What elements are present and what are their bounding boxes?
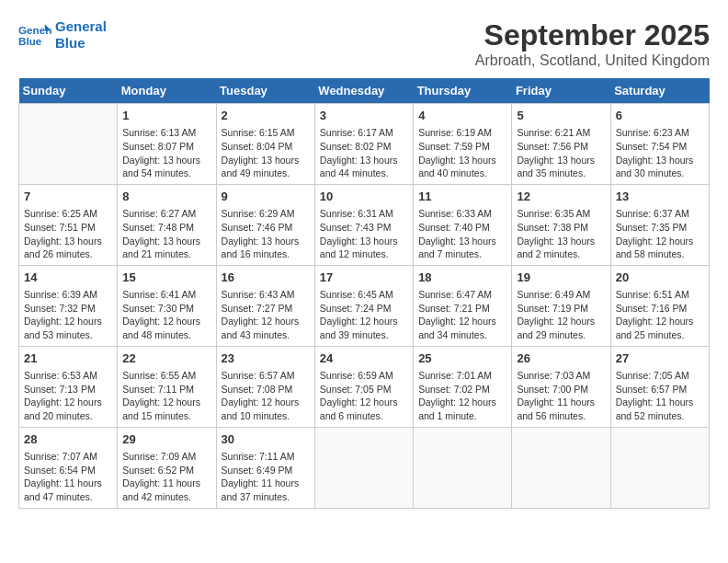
day-number: 29 xyxy=(122,431,210,448)
calendar-cell: 29Sunrise: 7:09 AM Sunset: 6:52 PM Dayli… xyxy=(118,427,216,508)
day-number: 7 xyxy=(24,189,112,205)
day-number: 18 xyxy=(418,270,506,286)
calendar-cell: 19Sunrise: 6:49 AM Sunset: 7:19 PM Dayli… xyxy=(512,265,610,346)
weekday-header: Sunday xyxy=(19,78,118,104)
cell-content: Sunrise: 6:43 AM Sunset: 7:27 PM Dayligh… xyxy=(222,288,310,342)
calendar-cell: 17Sunrise: 6:45 AM Sunset: 7:24 PM Dayli… xyxy=(314,265,413,346)
day-number: 11 xyxy=(418,189,506,205)
day-number: 23 xyxy=(222,350,310,367)
calendar-cell: 9Sunrise: 6:29 AM Sunset: 7:46 PM Daylig… xyxy=(216,184,314,265)
cell-content: Sunrise: 6:59 AM Sunset: 7:05 PM Dayligh… xyxy=(320,369,408,423)
page-header: General Blue General Blue September 2025… xyxy=(18,18,710,69)
calendar-cell: 8Sunrise: 6:27 AM Sunset: 7:48 PM Daylig… xyxy=(118,184,216,265)
calendar-body: 1Sunrise: 6:13 AM Sunset: 8:07 PM Daylig… xyxy=(19,104,710,509)
day-number: 22 xyxy=(122,350,210,367)
cell-content: Sunrise: 7:05 AM Sunset: 6:57 PM Dayligh… xyxy=(616,369,704,423)
calendar-week-row: 7Sunrise: 6:25 AM Sunset: 7:51 PM Daylig… xyxy=(19,184,710,265)
cell-content: Sunrise: 6:31 AM Sunset: 7:43 PM Dayligh… xyxy=(320,207,408,261)
cell-content: Sunrise: 7:09 AM Sunset: 6:52 PM Dayligh… xyxy=(122,450,210,504)
cell-content: Sunrise: 6:51 AM Sunset: 7:16 PM Dayligh… xyxy=(616,288,704,342)
day-number: 28 xyxy=(24,431,112,448)
calendar-cell: 16Sunrise: 6:43 AM Sunset: 7:27 PM Dayli… xyxy=(216,265,314,346)
cell-content: Sunrise: 6:21 AM Sunset: 7:56 PM Dayligh… xyxy=(517,126,605,180)
cell-content: Sunrise: 7:03 AM Sunset: 7:00 PM Dayligh… xyxy=(517,369,605,423)
day-number: 8 xyxy=(122,189,210,205)
cell-content: Sunrise: 6:55 AM Sunset: 7:11 PM Dayligh… xyxy=(122,369,210,423)
calendar-cell: 14Sunrise: 6:39 AM Sunset: 7:32 PM Dayli… xyxy=(19,265,118,346)
cell-content: Sunrise: 6:33 AM Sunset: 7:40 PM Dayligh… xyxy=(418,207,506,261)
cell-content: Sunrise: 6:47 AM Sunset: 7:21 PM Dayligh… xyxy=(418,288,506,342)
cell-content: Sunrise: 6:15 AM Sunset: 8:04 PM Dayligh… xyxy=(222,126,310,180)
calendar-cell: 11Sunrise: 6:33 AM Sunset: 7:40 PM Dayli… xyxy=(414,184,512,265)
cell-content: Sunrise: 6:13 AM Sunset: 8:07 PM Dayligh… xyxy=(122,126,210,180)
calendar-cell: 1Sunrise: 6:13 AM Sunset: 8:07 PM Daylig… xyxy=(118,104,216,185)
calendar-header: SundayMondayTuesdayWednesdayThursdayFrid… xyxy=(19,78,710,104)
day-number: 16 xyxy=(222,270,310,286)
day-number: 19 xyxy=(517,270,605,286)
cell-content: Sunrise: 6:45 AM Sunset: 7:24 PM Dayligh… xyxy=(320,288,408,342)
calendar-cell: 6Sunrise: 6:23 AM Sunset: 7:54 PM Daylig… xyxy=(610,104,709,185)
day-number: 6 xyxy=(616,108,704,124)
day-number: 25 xyxy=(418,350,506,367)
calendar-cell: 12Sunrise: 6:35 AM Sunset: 7:38 PM Dayli… xyxy=(512,184,610,265)
cell-content: Sunrise: 6:29 AM Sunset: 7:46 PM Dayligh… xyxy=(222,207,310,261)
day-number: 5 xyxy=(517,108,605,124)
weekday-header: Saturday xyxy=(610,78,709,104)
calendar-week-row: 28Sunrise: 7:07 AM Sunset: 6:54 PM Dayli… xyxy=(19,427,710,508)
calendar-week-row: 21Sunrise: 6:53 AM Sunset: 7:13 PM Dayli… xyxy=(19,346,710,427)
calendar-cell xyxy=(19,104,118,185)
calendar-cell: 5Sunrise: 6:21 AM Sunset: 7:56 PM Daylig… xyxy=(512,104,610,185)
day-number: 27 xyxy=(616,350,704,367)
day-number: 13 xyxy=(616,189,704,205)
logo-line1: General xyxy=(55,18,107,35)
calendar-cell: 23Sunrise: 6:57 AM Sunset: 7:08 PM Dayli… xyxy=(216,346,314,427)
calendar-cell: 20Sunrise: 6:51 AM Sunset: 7:16 PM Dayli… xyxy=(610,265,709,346)
calendar-cell xyxy=(512,427,610,508)
svg-text:Blue: Blue xyxy=(18,35,42,47)
day-number: 9 xyxy=(222,189,310,205)
cell-content: Sunrise: 6:27 AM Sunset: 7:48 PM Dayligh… xyxy=(122,207,210,261)
day-number: 26 xyxy=(517,350,605,367)
calendar-cell: 3Sunrise: 6:17 AM Sunset: 8:02 PM Daylig… xyxy=(314,104,413,185)
cell-content: Sunrise: 6:39 AM Sunset: 7:32 PM Dayligh… xyxy=(24,288,112,342)
header-row: SundayMondayTuesdayWednesdayThursdayFrid… xyxy=(19,78,710,104)
day-number: 12 xyxy=(517,189,605,205)
title-block: September 2025 Arbroath, Scotland, Unite… xyxy=(475,18,710,69)
weekday-header: Friday xyxy=(512,78,610,104)
calendar-cell: 4Sunrise: 6:19 AM Sunset: 7:59 PM Daylig… xyxy=(414,104,512,185)
calendar-cell: 7Sunrise: 6:25 AM Sunset: 7:51 PM Daylig… xyxy=(19,184,118,265)
weekday-header: Wednesday xyxy=(314,78,413,104)
weekday-header: Monday xyxy=(118,78,216,104)
cell-content: Sunrise: 7:07 AM Sunset: 6:54 PM Dayligh… xyxy=(24,450,112,504)
calendar-week-row: 1Sunrise: 6:13 AM Sunset: 8:07 PM Daylig… xyxy=(19,104,710,185)
calendar-cell: 21Sunrise: 6:53 AM Sunset: 7:13 PM Dayli… xyxy=(19,346,118,427)
weekday-header: Thursday xyxy=(414,78,512,104)
cell-content: Sunrise: 6:25 AM Sunset: 7:51 PM Dayligh… xyxy=(24,207,112,261)
calendar-cell: 28Sunrise: 7:07 AM Sunset: 6:54 PM Dayli… xyxy=(19,427,118,508)
day-number: 2 xyxy=(222,108,310,124)
calendar-cell xyxy=(414,427,512,508)
calendar-cell: 10Sunrise: 6:31 AM Sunset: 7:43 PM Dayli… xyxy=(314,184,413,265)
logo-icon: General Blue xyxy=(18,22,51,48)
calendar-cell: 2Sunrise: 6:15 AM Sunset: 8:04 PM Daylig… xyxy=(216,104,314,185)
cell-content: Sunrise: 6:35 AM Sunset: 7:38 PM Dayligh… xyxy=(517,207,605,261)
calendar-cell: 18Sunrise: 6:47 AM Sunset: 7:21 PM Dayli… xyxy=(414,265,512,346)
calendar-week-row: 14Sunrise: 6:39 AM Sunset: 7:32 PM Dayli… xyxy=(19,265,710,346)
calendar-cell: 15Sunrise: 6:41 AM Sunset: 7:30 PM Dayli… xyxy=(118,265,216,346)
cell-content: Sunrise: 6:49 AM Sunset: 7:19 PM Dayligh… xyxy=(517,288,605,342)
cell-content: Sunrise: 6:41 AM Sunset: 7:30 PM Dayligh… xyxy=(122,288,210,342)
page-subtitle: Arbroath, Scotland, United Kingdom xyxy=(475,52,710,69)
day-number: 17 xyxy=(320,270,408,286)
day-number: 14 xyxy=(24,270,112,286)
calendar-cell xyxy=(314,427,413,508)
calendar-cell: 26Sunrise: 7:03 AM Sunset: 7:00 PM Dayli… xyxy=(512,346,610,427)
cell-content: Sunrise: 6:37 AM Sunset: 7:35 PM Dayligh… xyxy=(616,207,704,261)
weekday-header: Tuesday xyxy=(216,78,314,104)
cell-content: Sunrise: 7:01 AM Sunset: 7:02 PM Dayligh… xyxy=(418,369,506,423)
day-number: 4 xyxy=(418,108,506,124)
page-title: September 2025 xyxy=(475,18,710,52)
cell-content: Sunrise: 6:19 AM Sunset: 7:59 PM Dayligh… xyxy=(418,126,506,180)
logo: General Blue General Blue xyxy=(18,18,107,52)
calendar-cell: 24Sunrise: 6:59 AM Sunset: 7:05 PM Dayli… xyxy=(314,346,413,427)
day-number: 3 xyxy=(320,108,408,124)
